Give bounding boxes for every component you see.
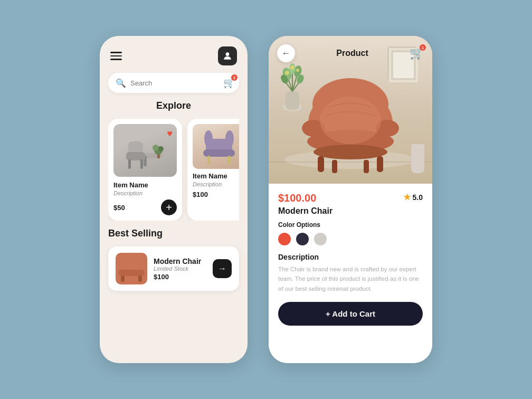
add-to-cart-button-1[interactable]: +	[161, 200, 177, 215]
svg-point-9	[158, 146, 164, 151]
product-footer-1: $50 +	[113, 200, 177, 215]
add-to-cart-button[interactable]: + Add to Cart	[278, 302, 423, 326]
svg-point-13	[204, 130, 213, 147]
svg-rect-5	[128, 159, 131, 169]
explore-grid: ♥ Item Name Description $50 +	[108, 119, 239, 221]
product-image-1: ♥	[113, 124, 177, 177]
svg-point-8	[153, 145, 159, 151]
product-footer-2: $100	[193, 191, 239, 198]
hero-background: ← Product 🛒 1	[269, 36, 432, 184]
best-sell-info: Modern Chair Limited Stock $100	[154, 257, 206, 281]
svg-rect-4	[126, 152, 145, 160]
product-details: $100.00 ★ 5.0 Modern Chair Color Options…	[269, 184, 432, 363]
product-desc-2: Description	[193, 181, 239, 187]
menu-icon[interactable]	[110, 52, 122, 60]
product-chair-image	[287, 78, 414, 184]
description-title: Description	[278, 253, 423, 261]
svg-rect-10	[157, 154, 160, 158]
svg-rect-6	[140, 159, 143, 169]
best-selling-title: Best Selling	[108, 228, 239, 239]
svg-point-14	[225, 130, 234, 147]
product-page-title: Product	[336, 49, 368, 58]
svg-rect-46	[318, 156, 324, 172]
best-sell-card[interactable]: Modern Chair Limited Stock $100 →	[108, 246, 239, 291]
product-price: $100.00	[278, 192, 316, 204]
product-card-2[interactable]: Item Name Description $100	[187, 119, 239, 221]
right-phone: ← Product 🛒 1	[269, 36, 432, 363]
add-to-cart-label: + Add to Cart	[326, 309, 375, 318]
svg-rect-47	[377, 156, 383, 172]
product-nav: ← Product 🛒 1	[269, 44, 432, 62]
cart-badge: 2	[231, 74, 238, 81]
svg-point-45	[314, 145, 387, 159]
color-option-dark[interactable]	[296, 233, 309, 245]
best-sell-name: Modern Chair	[154, 257, 206, 265]
view-detail-button[interactable]: →	[213, 259, 232, 278]
search-icon: 🔍	[116, 78, 126, 88]
product-name: Modern Chair	[278, 206, 423, 216]
cart-button-right[interactable]: 🛒 1	[410, 46, 424, 60]
product-price-2: $100	[193, 191, 208, 198]
description-text: The Chair is brand new and is crafted by…	[278, 264, 423, 293]
product-desc-1: Description	[113, 190, 177, 196]
svg-rect-20	[138, 276, 142, 282]
explore-title: Explore	[108, 100, 239, 111]
favorite-icon[interactable]: ♥	[167, 128, 173, 139]
svg-rect-16	[228, 156, 231, 164]
rating-wrap: ★ 5.0	[403, 192, 423, 202]
rating-value: 5.0	[413, 193, 423, 202]
color-options-label: Color Options	[278, 221, 423, 229]
best-sell-stock: Limited Stock	[154, 265, 206, 272]
svg-point-0	[226, 52, 230, 56]
svg-rect-12	[203, 149, 235, 157]
search-bar: 🔍 🛒 2	[108, 73, 239, 93]
svg-point-33	[285, 71, 289, 75]
color-options	[278, 233, 423, 245]
star-icon: ★	[403, 192, 411, 202]
product-hero: ← Product 🛒 1	[269, 36, 432, 184]
product-price-1: $50	[113, 204, 125, 212]
svg-rect-19	[121, 276, 125, 282]
color-option-red[interactable]	[278, 233, 291, 245]
product-name-2: Item Name	[193, 172, 239, 180]
svg-rect-18	[118, 270, 145, 276]
back-button[interactable]: ←	[277, 44, 295, 62]
color-option-light[interactable]	[314, 233, 327, 245]
svg-rect-48	[332, 160, 337, 173]
price-rating-row: $100.00 ★ 5.0	[278, 192, 423, 204]
svg-point-35	[290, 65, 294, 70]
vase-decoration	[411, 144, 424, 173]
avatar-icon[interactable]	[218, 46, 237, 65]
left-phone-header	[108, 46, 239, 65]
product-card-1[interactable]: ♥ Item Name Description $50 +	[108, 119, 182, 221]
best-sell-price: $100	[154, 273, 206, 281]
svg-rect-49	[364, 160, 369, 173]
best-sell-image	[116, 253, 147, 284]
search-input[interactable]	[130, 79, 219, 87]
svg-point-34	[296, 69, 299, 72]
cart-badge-right: 1	[420, 44, 426, 51]
cart-button[interactable]: 🛒 2	[223, 77, 235, 89]
product-name-1: Item Name	[113, 181, 177, 189]
svg-rect-15	[207, 156, 210, 164]
left-phone: 🔍 🛒 2 Explore	[100, 36, 248, 363]
product-image-2	[193, 124, 239, 169]
